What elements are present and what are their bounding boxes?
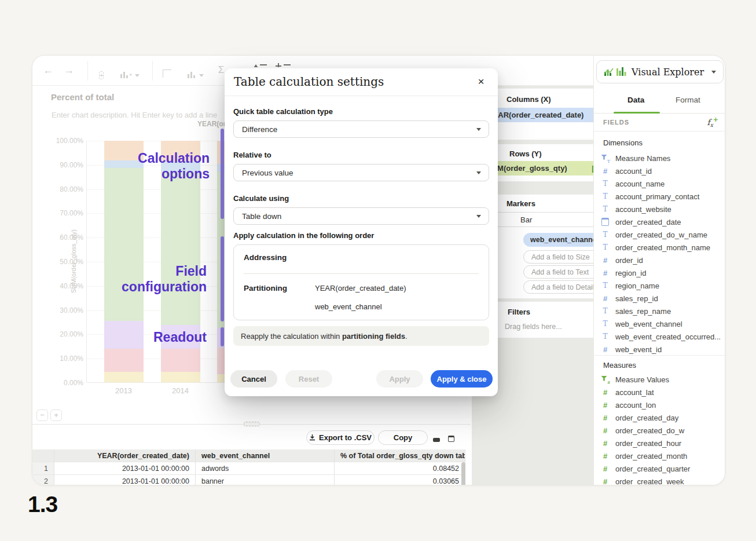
field-type-icon [601,256,610,265]
bar-segment[interactable] [104,349,144,372]
bar-segment[interactable] [104,372,144,383]
table-row[interactable]: 1 2013-01-01 00:00:00 adwords 0.08452 [32,462,465,475]
export-csv-button[interactable]: Export to .CSV [306,430,375,445]
reapply-note: Reapply the calculation within partition… [233,326,489,346]
dimension-field-item[interactable]: account_id [601,165,720,177]
measure-field-item[interactable]: order_created_month [601,449,720,462]
dimension-field-item[interactable]: region_name [601,279,720,292]
partitioning-value[interactable]: YEAR(order_created_date) [315,284,406,293]
form-field: Relative to Previous value [233,151,489,181]
bar-segment[interactable] [104,168,144,321]
row-number-header [32,449,54,462]
dimensions-label: Dimensions [603,138,643,147]
toolbar-divider [152,61,153,81]
y-tick-label: 100.00% [41,137,83,144]
filters-header: Filters [508,308,530,316]
y-tick-label: 0.00% [41,379,83,386]
dimension-field-item[interactable]: web_event_channel [601,317,720,330]
field-type-icon [601,192,610,201]
measures-label: Measures [603,361,636,370]
panel-drag-handle[interactable] [244,422,260,426]
dimension-field-item[interactable]: web_event_id [601,343,720,354]
sort-icon[interactable] [254,62,269,67]
column-header[interactable]: web_event_channel [196,449,335,462]
explorer-mode-selector[interactable]: Visual Explorer [596,60,724,83]
dimension-field-item[interactable]: order_created_date [601,215,720,228]
measure-field-item[interactable]: order_created_hour [601,437,720,449]
y-tick-label: 70.00% [41,210,83,217]
close-icon[interactable]: × [475,75,487,88]
add-filter-icon[interactable] [276,62,291,67]
maximize-panel-icon[interactable] [448,434,454,444]
chart-description-placeholder[interactable]: Enter chart description. Hit Enter key t… [52,111,217,119]
dimension-field-item[interactable]: order_id [601,254,720,266]
bar-size-icon[interactable] [187,67,204,82]
measure-field-item[interactable]: Measure Values [601,373,720,386]
apply-button[interactable]: Apply [376,370,423,388]
form-field: Calculate using Table down [233,194,489,225]
y-tick-label: 50.00% [41,258,83,265]
field-type-icon [601,439,610,448]
back-icon[interactable]: ← [42,63,54,78]
dimension-field-item[interactable]: order_created_month_name [601,241,720,254]
dropdown-select[interactable]: Table down [233,207,489,225]
dimension-field-item[interactable]: sales_rep_name [601,305,720,317]
field-label: Calculate using [233,194,489,203]
measure-field-item[interactable]: account_lat [601,386,720,399]
reset-button[interactable]: Reset [285,370,332,388]
column-header[interactable]: % of Total order_gloss_qty down table [335,449,465,462]
dimension-field-item[interactable]: account_primary_contact [601,190,720,203]
bar-segment[interactable] [104,321,144,349]
y-tick-label: 20.00% [41,331,83,338]
dropdown-select[interactable]: Difference [233,120,489,138]
transpose-icon[interactable] [163,67,171,82]
dimension-field-item[interactable]: account_name [601,177,720,190]
annotation-field-configuration: Field configuration [122,264,207,295]
add-formula-icon[interactable]: fx+ [707,116,718,128]
measure-field-item[interactable]: account_lon [601,399,720,411]
bar-segment[interactable] [161,349,200,372]
measure-field-item[interactable]: order_created_week [601,475,720,485]
annotation-bracket-bar [221,327,224,346]
y-tick-label: 40.00% [41,283,83,290]
remove-chart-icon[interactable]: × [120,67,140,82]
modal-form: Quick table calculation type Difference … [233,107,489,225]
bar-segment[interactable] [161,372,200,383]
field-type-icon [601,307,610,316]
filters-placeholder[interactable]: Drag fields here... [505,323,562,331]
rows-y-header: Rows (Y) [509,149,542,158]
forward-icon[interactable]: → [63,63,75,78]
dimension-field-item[interactable]: sales_rep_id [601,292,720,305]
dimension-field-item[interactable]: order_created_do_w_name [601,228,720,241]
y-tick-label: 10.00% [41,355,83,362]
y-axis-ticks: 100.00%90.00%80.00%70.00%60.00%50.00%40.… [41,137,83,386]
annotation-readout: Readout [153,330,207,345]
zoom-out-button[interactable]: − [36,410,48,421]
copy-button[interactable]: Copy [378,430,428,445]
cancel-button[interactable]: Cancel [230,370,277,388]
chart-title[interactable]: Percent of total [51,92,114,102]
bar-segment[interactable] [161,171,200,325]
fields-sidebar: Visual Explorer Data Format FIELDS fx+ D… [593,56,725,485]
dimension-field-item[interactable]: account_website [601,203,720,215]
dimension-field-item[interactable]: Measure Names [601,152,720,165]
table-scrollbar[interactable] [461,462,465,485]
zoom-in-button[interactable]: + [50,410,62,421]
minimize-panel-icon[interactable] [433,434,440,444]
table-row[interactable]: 2 2013-01-01 00:00:00 banner 0.03065 [32,475,465,485]
sidebar-tabs: Data Format [594,89,725,114]
measure-field-item[interactable]: order_created_do_w [601,424,720,437]
dropdown-select[interactable]: Previous value [233,164,489,181]
add-chart-icon[interactable]: + [99,67,104,82]
field-type-icon [601,426,610,435]
apply-close-button[interactable]: Apply & close [431,370,493,388]
column-header[interactable]: YEAR(order_created_date) [54,449,196,462]
measure-field-item[interactable]: order_created_quarter [601,462,720,475]
fields-label: FIELDS [603,119,629,126]
partitioning-value[interactable]: web_event_channel [315,302,382,311]
dimension-field-item[interactable]: region_id [601,266,720,279]
tab-data[interactable]: Data [627,96,644,104]
dimension-field-item[interactable]: web_event_created_occurred... [601,330,720,343]
tab-format[interactable]: Format [676,96,700,104]
measure-field-item[interactable]: order_created_day [601,411,720,424]
